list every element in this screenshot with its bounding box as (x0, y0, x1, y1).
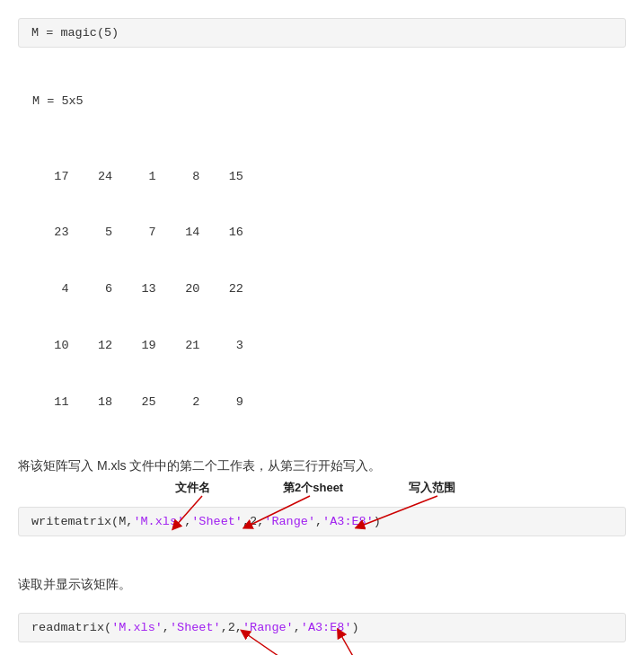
matrix1-row0: 17 24 1 8 15 (32, 168, 626, 187)
annotation-area-2: readmatrix('M.xls','Sheet',2,'Range','A3… (18, 598, 626, 655)
matrix1-row2: 4 6 13 20 22 (32, 280, 626, 299)
description1: 将该矩阵写入 M.xls 文件中的第二个工作表，从第三行开始写入。 (18, 458, 626, 474)
description2: 读取并显示该矩阵。 (18, 577, 626, 593)
code1-text: M = magic(5) (31, 26, 119, 40)
code-block-1: M = magic(5) (18, 18, 626, 48)
matrix1-row1: 23 5 7 14 16 (32, 224, 626, 243)
code-block-3: readmatrix('M.xls','Sheet',2,'Range','A3… (18, 613, 626, 642)
label-writerange: 写入范围 (409, 480, 455, 496)
matrix1-row3: 10 12 19 21 3 (32, 337, 626, 356)
matrix1-row4: 11 18 25 2 9 (32, 394, 626, 412)
label-sheet2: 第2个sheet (283, 480, 343, 496)
annotation-area-1: 文件名 第2个sheet 写入范围 writematrix(M,'M.xls',… (18, 480, 626, 561)
label-filename: 文件名 (175, 480, 210, 496)
code-block-2: writematrix(M,'M.xls','Sheet',2,'Range',… (18, 507, 626, 536)
output1-size: M = 5x5 (32, 93, 626, 111)
output-block-1: M = 5x5 17 24 1 8 15 23 5 7 14 16 4 6 13… (32, 55, 626, 449)
